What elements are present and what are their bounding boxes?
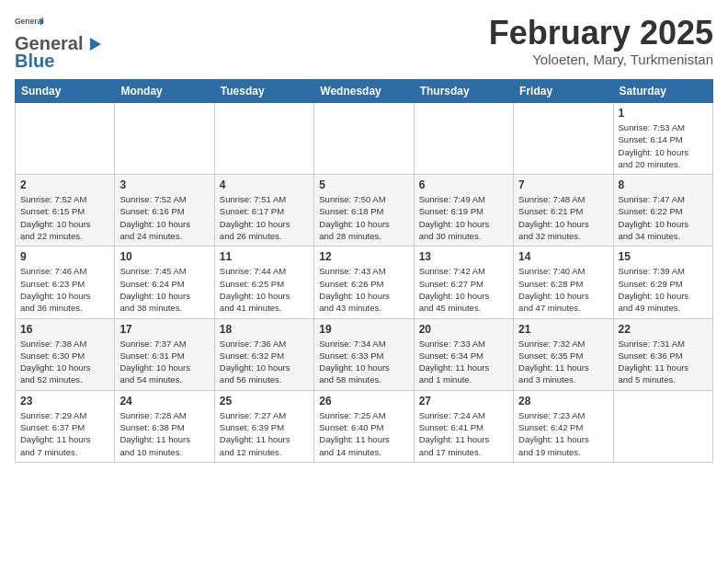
day-number: 24: [119, 395, 209, 408]
day-number: 2: [20, 178, 109, 191]
day-info: Sunrise: 7:42 AM Sunset: 6:27 PM Dayligh…: [419, 265, 508, 314]
day-info: Sunrise: 7:25 AM Sunset: 6:40 PM Dayligh…: [319, 409, 408, 458]
day-info: Sunrise: 7:39 AM Sunset: 6:29 PM Dayligh…: [619, 265, 708, 314]
day-number: 13: [419, 250, 508, 263]
day-info: Sunrise: 7:34 AM Sunset: 6:33 PM Dayligh…: [319, 338, 408, 386]
calendar-day-cell: 12Sunrise: 7:43 AM Sunset: 6:26 PM Dayli…: [314, 247, 414, 318]
day-number: 6: [419, 178, 508, 191]
calendar-day-cell: 10Sunrise: 7:45 AM Sunset: 6:24 PM Dayli…: [115, 247, 214, 318]
logo-icon: General: [15, 15, 44, 31]
day-number: 15: [619, 250, 708, 263]
day-info: Sunrise: 7:33 AM Sunset: 6:34 PM Dayligh…: [419, 338, 508, 386]
day-info: Sunrise: 7:44 AM Sunset: 6:25 PM Dayligh…: [220, 265, 309, 314]
day-number: 18: [220, 323, 309, 336]
calendar-week-row: 16Sunrise: 7:38 AM Sunset: 6:30 PM Dayli…: [16, 318, 713, 390]
calendar-day-cell: [314, 103, 414, 175]
day-info: Sunrise: 7:50 AM Sunset: 6:18 PM Dayligh…: [319, 193, 408, 242]
day-number: 27: [419, 395, 508, 408]
svg-marker-2: [90, 38, 101, 51]
day-info: Sunrise: 7:28 AM Sunset: 6:38 PM Dayligh…: [119, 409, 209, 458]
day-info: Sunrise: 7:53 AM Sunset: 6:14 PM Dayligh…: [619, 121, 708, 170]
weekday-header: Sunday: [16, 80, 115, 103]
calendar-day-cell: 25Sunrise: 7:27 AM Sunset: 6:39 PM Dayli…: [214, 390, 313, 462]
weekday-header: Saturday: [613, 80, 712, 103]
day-number: 17: [119, 323, 209, 336]
day-info: Sunrise: 7:52 AM Sunset: 6:15 PM Dayligh…: [20, 193, 109, 242]
weekday-header: Monday: [115, 80, 214, 103]
calendar-table: SundayMondayTuesdayWednesdayThursdayFrid…: [15, 79, 713, 463]
calendar-day-cell: [214, 103, 313, 175]
day-info: Sunrise: 7:45 AM Sunset: 6:24 PM Dayligh…: [119, 265, 209, 314]
day-number: 4: [220, 178, 309, 191]
day-number: 28: [518, 395, 608, 408]
calendar-day-cell: 14Sunrise: 7:40 AM Sunset: 6:28 PM Dayli…: [514, 247, 613, 318]
calendar-day-cell: 6Sunrise: 7:49 AM Sunset: 6:19 PM Daylig…: [414, 175, 513, 247]
calendar-day-cell: 5Sunrise: 7:50 AM Sunset: 6:18 PM Daylig…: [314, 175, 414, 247]
calendar-day-cell: 11Sunrise: 7:44 AM Sunset: 6:25 PM Dayli…: [214, 247, 313, 318]
calendar-day-cell: 26Sunrise: 7:25 AM Sunset: 6:40 PM Dayli…: [314, 390, 414, 462]
day-info: Sunrise: 7:31 AM Sunset: 6:36 PM Dayligh…: [619, 338, 708, 386]
day-info: Sunrise: 7:37 AM Sunset: 6:31 PM Dayligh…: [119, 338, 209, 386]
day-info: Sunrise: 7:47 AM Sunset: 6:22 PM Dayligh…: [619, 193, 708, 242]
calendar-body: 1Sunrise: 7:53 AM Sunset: 6:14 PM Daylig…: [16, 103, 713, 463]
weekday-header: Friday: [514, 80, 613, 103]
weekday-header: Thursday: [414, 80, 513, 103]
day-info: Sunrise: 7:24 AM Sunset: 6:41 PM Dayligh…: [419, 409, 508, 458]
calendar-day-cell: [514, 103, 613, 175]
day-info: Sunrise: 7:27 AM Sunset: 6:39 PM Dayligh…: [220, 409, 309, 458]
day-number: 3: [119, 178, 209, 191]
day-info: Sunrise: 7:49 AM Sunset: 6:19 PM Dayligh…: [419, 193, 508, 242]
day-number: 5: [319, 178, 408, 191]
day-number: 23: [20, 395, 109, 408]
day-info: Sunrise: 7:32 AM Sunset: 6:35 PM Dayligh…: [518, 338, 608, 386]
day-number: 9: [20, 250, 109, 263]
calendar-day-cell: 2Sunrise: 7:52 AM Sunset: 6:15 PM Daylig…: [16, 175, 115, 247]
calendar-day-cell: [115, 103, 214, 175]
day-number: 1: [619, 107, 708, 120]
day-info: Sunrise: 7:23 AM Sunset: 6:42 PM Dayligh…: [518, 409, 608, 458]
day-number: 22: [619, 323, 708, 336]
day-number: 11: [220, 250, 309, 263]
calendar-week-row: 1Sunrise: 7:53 AM Sunset: 6:14 PM Daylig…: [16, 103, 713, 175]
day-info: Sunrise: 7:51 AM Sunset: 6:17 PM Dayligh…: [220, 193, 309, 242]
calendar-day-cell: [16, 103, 115, 175]
calendar-day-cell: 9Sunrise: 7:46 AM Sunset: 6:23 PM Daylig…: [16, 247, 115, 318]
day-number: 10: [119, 250, 209, 263]
day-info: Sunrise: 7:40 AM Sunset: 6:28 PM Dayligh…: [518, 265, 608, 314]
calendar-day-cell: [613, 390, 712, 462]
weekday-header: Wednesday: [314, 80, 414, 103]
calendar-day-cell: 13Sunrise: 7:42 AM Sunset: 6:27 PM Dayli…: [414, 247, 513, 318]
calendar-day-cell: 3Sunrise: 7:52 AM Sunset: 6:16 PM Daylig…: [115, 175, 214, 247]
day-info: Sunrise: 7:48 AM Sunset: 6:21 PM Dayligh…: [518, 193, 608, 242]
day-number: 14: [518, 250, 608, 263]
day-number: 7: [518, 178, 608, 191]
day-info: Sunrise: 7:36 AM Sunset: 6:32 PM Dayligh…: [220, 338, 309, 386]
day-info: Sunrise: 7:43 AM Sunset: 6:26 PM Dayligh…: [319, 265, 408, 314]
day-number: 21: [518, 323, 608, 336]
logo-arrow-icon: [85, 34, 105, 54]
calendar-header-row: SundayMondayTuesdayWednesdayThursdayFrid…: [16, 80, 713, 103]
calendar-day-cell: 4Sunrise: 7:51 AM Sunset: 6:17 PM Daylig…: [214, 175, 313, 247]
day-number: 25: [220, 395, 309, 408]
logo-blue: Blue: [15, 51, 54, 72]
day-number: 12: [319, 250, 408, 263]
calendar-day-cell: 19Sunrise: 7:34 AM Sunset: 6:33 PM Dayli…: [314, 318, 414, 390]
calendar-day-cell: 18Sunrise: 7:36 AM Sunset: 6:32 PM Dayli…: [214, 318, 313, 390]
calendar-day-cell: 23Sunrise: 7:29 AM Sunset: 6:37 PM Dayli…: [16, 390, 115, 462]
day-number: 19: [319, 323, 408, 336]
calendar-day-cell: 24Sunrise: 7:28 AM Sunset: 6:38 PM Dayli…: [115, 390, 214, 462]
calendar-day-cell: 17Sunrise: 7:37 AM Sunset: 6:31 PM Dayli…: [115, 318, 214, 390]
calendar-day-cell: 8Sunrise: 7:47 AM Sunset: 6:22 PM Daylig…: [613, 175, 712, 247]
day-number: 20: [419, 323, 508, 336]
logo: General General Blue: [15, 15, 105, 72]
calendar-day-cell: 15Sunrise: 7:39 AM Sunset: 6:29 PM Dayli…: [613, 247, 712, 318]
weekday-header: Tuesday: [214, 80, 313, 103]
calendar-week-row: 2Sunrise: 7:52 AM Sunset: 6:15 PM Daylig…: [16, 175, 713, 247]
month-title: February 2025: [489, 15, 713, 52]
location-title: Yoloeten, Mary, Turkmenistan: [489, 52, 713, 67]
day-info: Sunrise: 7:29 AM Sunset: 6:37 PM Dayligh…: [20, 409, 109, 458]
calendar-day-cell: 20Sunrise: 7:33 AM Sunset: 6:34 PM Dayli…: [414, 318, 513, 390]
calendar-day-cell: [414, 103, 513, 175]
svg-text:General: General: [15, 17, 44, 26]
page-header: General General Blue February 2025 Yoloe…: [15, 15, 713, 72]
